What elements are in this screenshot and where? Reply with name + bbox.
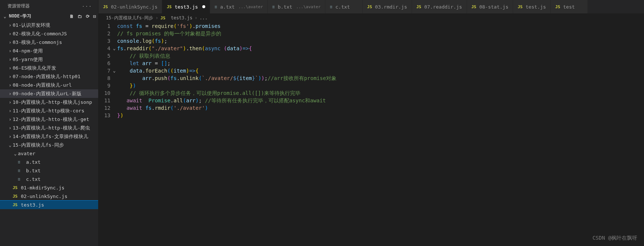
file-label: a.txt [26,159,41,165]
code-line[interactable]: let arr = []; [117,60,644,67]
line-number: 4 [99,45,110,52]
code-line[interactable]: data.forEach((item)=>{ [117,67,644,74]
editor-tab[interactable]: JS07.readdir.js [412,0,467,13]
tree-file[interactable]: JS02-unlinkSync.js [0,192,98,201]
line-number: 8 [99,74,110,82]
tree-file[interactable]: ≡a.txt [0,158,98,166]
code-line[interactable]: fs.readdir("./avater").then(async (data)… [117,45,644,52]
line-number: 2 [99,30,110,37]
root-folder-label: NODE-学习 [9,13,31,19]
tree-file[interactable]: JS01-mkdirSync.js [0,183,98,192]
code-line[interactable]: // fs promises 的每一个对象都是异步的 [117,30,644,37]
more-icon[interactable]: ··· [82,4,92,9]
chevron-right-icon: › [155,15,158,20]
tree-folder[interactable]: ›12-内置模块儿-htto-模块儿-get [0,115,98,124]
tree-folder[interactable]: ›06-ES模块儿化开发 [0,64,98,72]
line-number: 3 [99,37,110,45]
folder-label: 12-内置模块儿-htto-模块儿-get [13,116,89,123]
tree-folder[interactable]: ›02-模块儿化-commonJS [0,29,98,38]
chevron-right-icon: › [7,108,13,114]
chevron-right-icon: › [7,31,13,36]
line-number: 7 [99,67,110,74]
code-line[interactable]: await Promise.all(arr); //等待所有任务执行完毕，可以搭… [117,97,644,104]
line-number: 1 [99,22,110,30]
folder-label: 08-node-内置模块儿-url [13,82,72,89]
chevron-down-icon: ⌄ [2,14,7,19]
tree-file[interactable]: ≡b.txt [0,166,98,175]
file-label: c.txt [26,176,41,182]
folder-label: 15-内置模块儿fs-同步 [13,142,64,148]
tree-folder[interactable]: ›10-内置模块儿-http-模块儿jsonp [0,98,98,106]
breadcrumb-part[interactable]: 15-内置模块儿fs-同步 [106,15,153,21]
folder-label: 04-npm-使用 [13,48,43,54]
tree-folder[interactable]: ›05-yarn使用 [0,55,98,64]
chevron-right-icon: › [7,91,13,96]
breadcrumb-part[interactable]: test3.js [171,15,193,20]
editor-tab[interactable]: JS03.rmdir.js [363,0,412,13]
file-label: test3.js [21,202,44,208]
chevron-down-icon: ⌄ [13,151,18,156]
chevron-right-icon: › [194,15,197,20]
editor-tab[interactable]: JStest [551,0,588,13]
code-line[interactable]: // 获取列表信息 [117,52,644,60]
code-editor[interactable]: 12345678910111213 const fs = require('fs… [99,22,644,246]
code-line[interactable]: // 循环执行多个异步任务，可以使用promise.all([])来等待执行完毕 [117,89,644,97]
editor-tab[interactable]: ≡b.txt...\avater [268,0,325,13]
chevron-right-icon: › [7,66,13,71]
explorer-root-header[interactable]: ⌄ NODE-学习 🗎 🗀 ⟳ ⊟ [0,12,98,20]
tree-file[interactable]: JStest3.js [0,201,98,209]
tree-folder[interactable]: ›09-node-内置模块儿urL-新版 [0,89,98,98]
tree-folder[interactable]: ›08-node-内置模块儿-url [0,81,98,89]
code-line[interactable]: }) [117,82,644,89]
line-number: 6 [99,60,110,67]
chevron-right-icon: › [7,48,13,54]
chevron-right-icon: › [7,40,13,45]
breadcrumb[interactable]: 15-内置模块儿fs-同步 › JS test3.js › ... [99,13,644,22]
file-tree: ›01-认识开发环境›02-模块儿化-commonJS›03-模块儿-commo… [0,20,98,209]
breadcrumb-part[interactable]: ... [200,15,208,20]
folder-label: 11-内置模块儿-http模块-cors [13,108,84,114]
code-line[interactable]: await fs.rmdir('./avater') [117,104,644,112]
txt-file-icon: ≡ [18,160,25,164]
js-file-icon: JS [103,4,108,9]
editor-tab[interactable]: ≡a.txt...\avater [210,0,268,13]
tree-folder[interactable]: ›01-认识开发环境 [0,21,98,29]
folder-label: 01-认识开发环境 [13,22,50,29]
refresh-icon[interactable]: ⟳ [86,14,90,19]
collapse-icon[interactable]: ⊟ [93,14,96,19]
editor-tab[interactable]: JStest.js [513,0,551,13]
sidebar-header: 资源管理器 ··· [0,0,98,12]
editor-tab[interactable]: JS02-unlinkSync.js [99,0,162,13]
tab-label: b.txt [278,4,292,10]
js-file-icon: JS [367,4,372,9]
code-line[interactable]: }) [117,112,644,119]
tree-folder-open[interactable]: ⌄15-内置模块儿fs-同步 [0,141,98,149]
editor-tab[interactable]: JS08-stat.js [467,0,513,13]
new-file-icon[interactable]: 🗎 [70,14,74,19]
tree-file[interactable]: ≡c.txt [0,175,98,183]
editor-tab[interactable]: JStest3.js [162,0,210,13]
code-content[interactable]: const fs = require('fs').promises// fs p… [117,22,644,246]
line-number: 13 [99,112,110,119]
tree-folder[interactable]: ›07-node-内置模块儿-http01 [0,72,98,81]
tree-folder[interactable]: ›13-内置模块儿-http-模块儿-爬虫 [0,124,98,132]
editor-tab[interactable]: ≡c.txt [325,0,363,13]
tab-label: test3.js [175,4,198,10]
new-folder-icon[interactable]: 🗀 [78,14,82,19]
tab-label: 07.readdir.js [424,4,462,10]
tree-folder[interactable]: ›04-npm-使用 [0,47,98,55]
sidebar-title: 资源管理器 [7,3,30,9]
line-number: 12 [99,104,110,112]
code-line[interactable]: const fs = require('fs').promises [117,22,644,30]
code-line[interactable]: arr.push(fs.unlink(`./avater/${item}`));… [117,74,644,82]
file-label: 01-mkdirSync.js [21,185,64,191]
tab-label: 02-unlinkSync.js [111,4,157,10]
folder-label: avater [18,151,35,156]
code-line[interactable]: console.log(fs); [117,37,644,45]
folder-label: 13-内置模块儿-http-模块儿-爬虫 [13,125,90,131]
tree-folder-open[interactable]: ⌄avater [0,149,98,158]
folder-label: 05-yarn使用 [13,56,43,63]
tree-folder[interactable]: ›03-模块儿-commonjs [0,38,98,47]
tree-folder[interactable]: ›14-内置模块儿fs-文章操作模块儿 [0,132,98,141]
tree-folder[interactable]: ›11-内置模块儿-http模块-cors [0,106,98,115]
